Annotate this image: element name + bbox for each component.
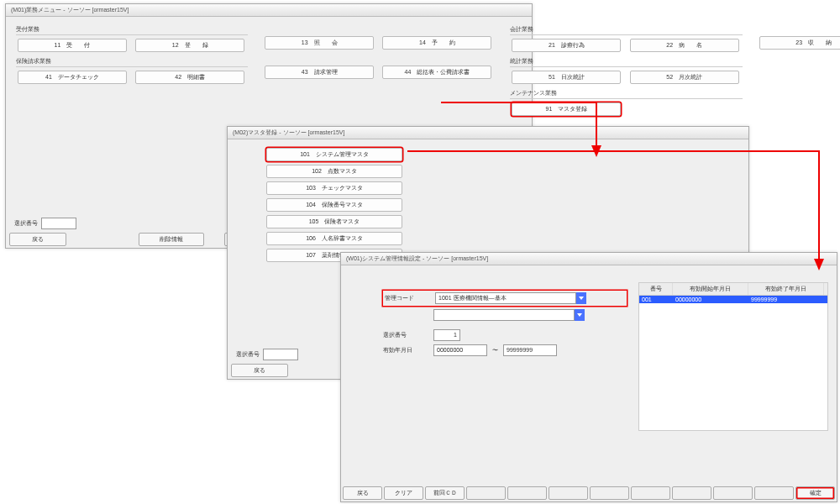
table-row[interactable]: 001 00000000 99999999 — [639, 296, 827, 303]
win3-kanri-label: 管理コード — [385, 294, 435, 302]
win3-empty-6[interactable] — [672, 486, 711, 500]
menu-21-treatment[interactable]: 21 診療行為 — [512, 39, 621, 52]
menu-52-monthlystats[interactable]: 52 月次統計 — [630, 71, 739, 84]
win3-empty-1[interactable] — [466, 486, 506, 500]
menu-104-insnumber[interactable]: 104 保険番号マスタ — [266, 198, 402, 212]
win1-select-input[interactable] — [41, 218, 76, 229]
win3-kanri-dropdown-icon[interactable] — [576, 292, 586, 304]
menu-23-payment[interactable]: 23 収 納 — [759, 36, 840, 50]
win3-empty-4[interactable] — [590, 486, 629, 500]
menu-51-dailystats[interactable]: 51 日次統計 — [512, 71, 621, 84]
win3-sub-combo[interactable] — [433, 309, 585, 321]
win3-back-button[interactable]: 戻る — [343, 486, 382, 500]
menu-12-register[interactable]: 12 登 録 — [135, 39, 244, 52]
win3-empty-8[interactable] — [754, 486, 794, 500]
win3-table-header: 番号 有効開始年月日 有効終了年月日 — [638, 282, 828, 296]
menu-41-datacheck[interactable]: 41 データチェック — [18, 71, 127, 84]
menu-106-namedict[interactable]: 106 人名辞書マスタ — [266, 232, 402, 245]
menu-91-master[interactable]: 91 マスタ登録 — [512, 102, 621, 116]
win3-sub-value[interactable] — [433, 309, 575, 321]
win3-empty-5[interactable] — [631, 486, 670, 500]
group-accounting-label: 会計業務 — [510, 25, 742, 35]
win3-clear-button[interactable]: クリア — [384, 486, 423, 500]
win1-back-button[interactable]: 戻る — [9, 233, 66, 246]
menu-105-insurer[interactable]: 105 保険者マスタ — [266, 215, 402, 228]
menu-22-disease[interactable]: 22 病 名 — [630, 39, 739, 52]
menu-13-inquiry[interactable]: 13 照 会 — [265, 36, 374, 50]
menu-102-points[interactable]: 102 点数マスタ — [266, 165, 402, 178]
group-claims-label: 保険請求業務 — [16, 57, 248, 67]
tilde: 〜 — [492, 346, 498, 354]
win3-date-from[interactable]: 00000000 — [433, 344, 487, 356]
win1-delete-button[interactable]: 削除情報 — [139, 233, 204, 246]
cell-from: 00000000 — [673, 296, 748, 303]
win3-sel-input[interactable]: 1 — [433, 329, 460, 341]
menu-44-summary[interactable]: 44 総括表・公費請求書 — [382, 66, 491, 79]
menu-14-reserve[interactable]: 14 予 約 — [382, 36, 491, 50]
win1-select-label: 選択番号 — [14, 219, 38, 228]
group-reception-label: 受付業務 — [16, 25, 248, 35]
win3-date-to[interactable]: 99999999 — [503, 344, 557, 356]
win3-empty-3[interactable] — [549, 486, 588, 500]
win3-confirm-button[interactable]: 確定 — [795, 486, 835, 500]
group-stats-label: 統計業務 — [510, 57, 742, 67]
th-enddate: 有効終了年月日 — [748, 283, 824, 295]
win3-kanri-value[interactable]: 1001 医療機関情報―基本 — [435, 292, 576, 304]
win2-select-label: 選択番号 — [236, 350, 260, 359]
th-number: 番号 — [639, 283, 673, 295]
win3-kanri-combo[interactable]: 1001 医療機関情報―基本 — [435, 292, 586, 304]
win3-table-body[interactable]: 001 00000000 99999999 — [638, 296, 828, 431]
titlebar-win3: (W01)システム管理情報設定 - ソーソー [ormaster15V] — [341, 253, 837, 265]
menu-42-detail[interactable]: 42 明細書 — [135, 71, 244, 84]
window-sysmgmt-settings: (W01)システム管理情報設定 - ソーソー [ormaster15V] 管理コ… — [340, 252, 837, 502]
titlebar-win1: (M01)業務メニュー - ソーソー [ormaster15V] — [6, 4, 532, 17]
win2-select-input[interactable] — [263, 349, 298, 360]
win3-empty-7[interactable] — [713, 486, 753, 500]
win3-footer: 戻る クリア 前回ＣＤ 確定 — [341, 485, 837, 501]
win3-sel-label: 選択番号 — [383, 331, 433, 339]
titlebar-win2: (M02)マスタ登録 - ソーソー [ormaster15V] — [228, 127, 748, 139]
win2-back-button[interactable]: 戻る — [231, 364, 288, 377]
group-maint-label: メンテナンス業務 — [510, 89, 742, 99]
menu-103-check[interactable]: 103 チェックマスタ — [266, 181, 402, 195]
cell-to: 99999999 — [748, 296, 824, 303]
win3-empty-2[interactable] — [507, 486, 547, 500]
cell-no: 001 — [639, 296, 673, 303]
menu-11-reception[interactable]: 11 受 付 — [18, 39, 127, 52]
menu-101-sysmaster[interactable]: 101 システム管理マスタ — [266, 148, 402, 161]
th-startdate: 有効開始年月日 — [673, 283, 748, 295]
win3-yukou-label: 有効年月日 — [383, 346, 433, 354]
menu-43-claimmgmt[interactable]: 43 請求管理 — [265, 66, 374, 79]
win3-sub-dropdown-icon[interactable] — [575, 309, 585, 321]
win3-prevcd-button[interactable]: 前回ＣＤ — [425, 486, 465, 500]
